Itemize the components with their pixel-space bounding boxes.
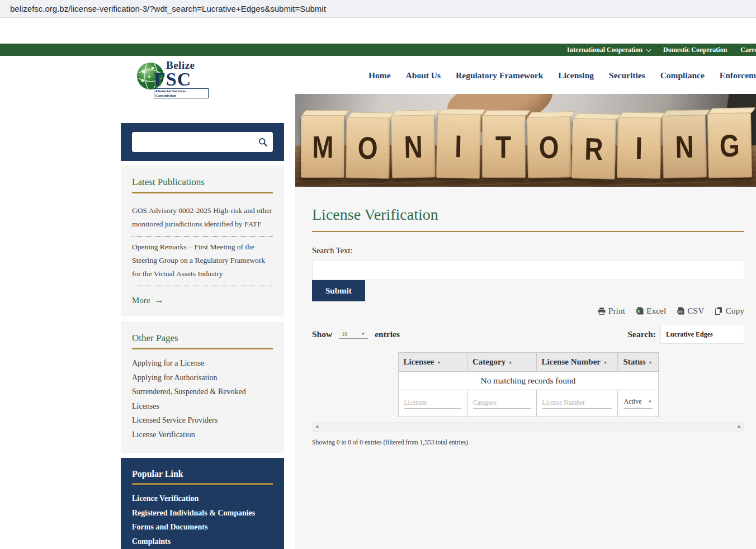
topbar-item-international-cooperation[interactable]: International Cooperation (567, 46, 650, 54)
sort-asc-icon: ▲ (603, 360, 607, 365)
sidebar-search-panel (121, 123, 284, 161)
site-header: Belize FSC Financial Services Commission… (0, 56, 756, 95)
svg-text:csv: csv (678, 310, 683, 313)
popular-link-forms-and-documents[interactable]: Forms and Documents (132, 520, 273, 534)
chevron-down-icon: ▼ (648, 399, 653, 404)
wooden-block: G (707, 112, 752, 178)
empty-results-row: No matching records found (398, 372, 658, 390)
sidebar-search-input[interactable] (132, 134, 253, 150)
main-navigation: Home About Us Regulatory Framework Licen… (368, 56, 756, 95)
column-header-license-number[interactable]: License Number▲ (536, 353, 618, 372)
filter-status-select[interactable]: Active ▼ (623, 397, 652, 409)
table-controls: Show 10 ▼ entries Search: (312, 325, 744, 344)
logo-fsc-text: FSC (154, 72, 209, 87)
other-pages-panel: Other Pages Applying for a License Apply… (121, 321, 284, 453)
sort-asc-icon: ▲ (649, 360, 653, 365)
browser-url-bar[interactable]: belizefsc.org.bz/license-verification-3/… (0, 0, 756, 18)
column-header-licensee[interactable]: Licensee▲ (398, 353, 467, 372)
nav-item-home[interactable]: Home (368, 70, 391, 81)
csv-icon: csv (677, 307, 684, 315)
topbar-item-domestic-cooperation[interactable]: Domestic Cooperation (663, 46, 727, 54)
wooden-block: O (526, 116, 571, 178)
search-icon (258, 138, 268, 147)
license-table: Licensee▲ Category▲ License Number▲ Stat… (398, 352, 659, 417)
sidebar-search-button[interactable] (253, 132, 273, 152)
other-page-applying-for-a-license[interactable]: Applying for a License (132, 356, 273, 371)
fsc-logo[interactable]: Belize FSC Financial Services Commission (136, 59, 209, 92)
horizontal-scrollbar[interactable]: ◄ ► (312, 422, 744, 432)
latest-publications-panel: Latest Publications GOS Advisory 0002-20… (121, 165, 284, 316)
excel-icon: x (636, 307, 644, 315)
nav-item-enforcement[interactable]: Enforcement (720, 70, 756, 81)
nav-item-regulatory-framework[interactable]: Regulatory Framework (456, 70, 543, 81)
table-search-label: Search: (627, 329, 656, 339)
scroll-right-icon[interactable]: ► (737, 424, 742, 429)
other-page-license-verification[interactable]: License Verification (132, 428, 273, 442)
gold-divider (312, 231, 744, 232)
submit-button[interactable]: Submit (312, 280, 365, 301)
table-header-row: Licensee▲ Category▲ License Number▲ Stat… (398, 353, 658, 372)
url-text[interactable]: belizefsc.org.bz/license-verification-3/… (10, 4, 326, 13)
scroll-left-icon[interactable]: ◄ (314, 424, 319, 429)
monitoring-word-blocks: M O N I T O R I N G (301, 113, 752, 178)
export-toolbar: Print x Excel csv CSV (312, 306, 744, 316)
popular-link-registered-individuals[interactable]: Registered Individuals & Companies (132, 506, 273, 520)
other-pages-title: Other Pages (132, 333, 273, 349)
other-page-surrendered-suspended-revoked[interactable]: Surrendered, Suspended & Revoked License… (132, 385, 273, 413)
show-entries-control: Show 10 ▼ entries (312, 329, 400, 339)
page-size-select[interactable]: 10 ▼ (339, 330, 368, 339)
filter-row: Active ▼ (398, 390, 658, 417)
wooden-block: I (436, 113, 481, 178)
monitoring-banner-image: M O N I T O R I N G (295, 94, 756, 187)
filter-licensee-input[interactable] (404, 399, 462, 409)
logo-tagline: Financial Services Commission (154, 88, 209, 98)
popular-link-title: Popular Link (132, 469, 273, 485)
wooden-block: I (617, 117, 662, 178)
excel-button[interactable]: x Excel (636, 306, 666, 316)
copy-button[interactable]: Copy (715, 306, 744, 316)
filter-license-number-input[interactable] (542, 399, 612, 409)
nav-item-licensing[interactable]: Licensing (558, 70, 594, 81)
popular-link-complaints[interactable]: Complaints (132, 534, 273, 549)
search-text-label: Search Text: (312, 246, 744, 255)
license-search-input[interactable] (312, 260, 744, 280)
publication-item[interactable]: GOS Advisory 0002-2025 High-risk and oth… (132, 200, 273, 236)
filter-category-input[interactable] (473, 399, 531, 409)
chevron-down-icon (646, 46, 651, 52)
topbar-item-career[interactable]: Career (740, 46, 756, 54)
sidebar: Latest Publications GOS Advisory 0002-20… (121, 123, 284, 549)
column-header-category[interactable]: Category▲ (467, 353, 537, 372)
entries-summary: Showing 0 to 0 of 0 entries (filtered fr… (312, 439, 744, 446)
sort-asc-icon: ▲ (508, 360, 512, 365)
more-link[interactable]: More → (132, 295, 164, 305)
nav-item-about-us[interactable]: About Us (406, 70, 441, 81)
empty-results-message: No matching records found (398, 372, 658, 390)
sort-asc-icon: ▲ (437, 360, 441, 365)
table-search-control: Search: (627, 325, 744, 344)
right-arrow-icon: → (155, 295, 164, 305)
wooden-block: T (482, 115, 526, 178)
print-icon (598, 307, 606, 315)
other-page-licensed-service-providers[interactable]: Licensed Service Providers (132, 413, 273, 428)
popular-link-licence-verification[interactable]: Licence Verification (132, 491, 273, 506)
other-page-applying-for-authorisation[interactable]: Applying for Authorisation (132, 371, 273, 385)
nav-item-securities[interactable]: Securities (609, 70, 645, 81)
wooden-block: N (662, 115, 707, 178)
svg-text:x: x (637, 309, 640, 313)
print-button[interactable]: Print (598, 306, 625, 316)
wooden-block: R (571, 118, 617, 179)
column-header-status[interactable]: Status▲ (618, 353, 658, 372)
utility-bar: International Cooperation Domestic Coope… (0, 44, 756, 56)
popular-link-panel: Popular Link Licence Verification Regist… (121, 458, 284, 549)
latest-publications-title: Latest Publications (132, 177, 273, 193)
publication-item[interactable]: Opening Remarks – First Meeting of the S… (132, 236, 273, 286)
table-search-input[interactable] (660, 325, 744, 344)
wooden-block: N (391, 115, 436, 178)
main-content: M O N I T O R I N G License Verification… (295, 94, 756, 549)
chevron-down-icon: ▼ (361, 332, 365, 337)
page-title: License Verification (312, 206, 744, 224)
nav-item-compliance[interactable]: Compliance (660, 70, 705, 81)
copy-icon (715, 307, 722, 315)
csv-button[interactable]: csv CSV (677, 306, 704, 316)
wooden-block: O (346, 117, 390, 178)
